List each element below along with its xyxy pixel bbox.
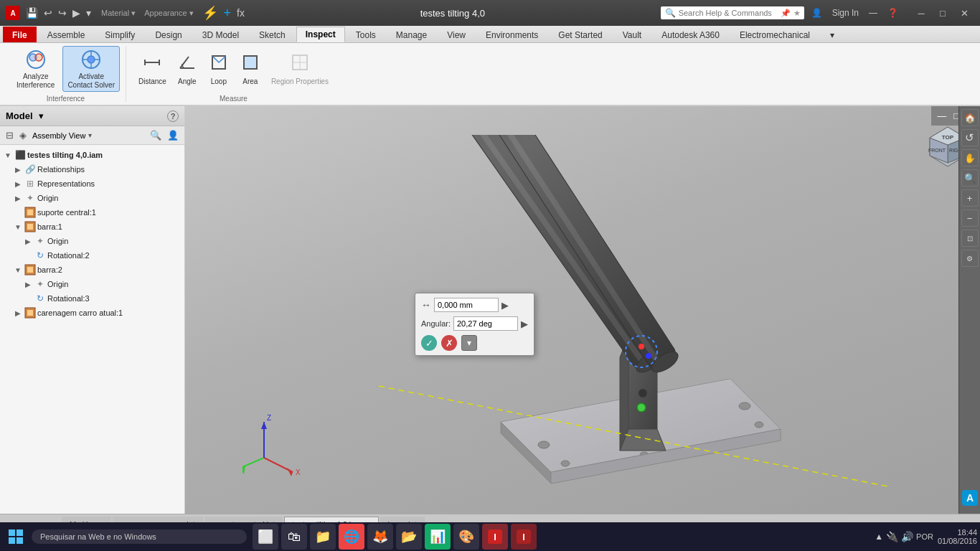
taskbar-time[interactable]: 18:44 01/08/2016: [938, 528, 977, 545]
network-icon[interactable]: 🔌: [886, 531, 898, 542]
barra1-expand-icon[interactable]: ▼: [13, 223, 23, 231]
measure-menu-button[interactable]: ▾: [461, 335, 477, 351]
origin-expand-icon[interactable]: ▶: [13, 194, 23, 202]
tab-a360[interactable]: Autodesk A360: [652, 27, 729, 42]
measure-distance-input[interactable]: [434, 298, 499, 312]
tab-vault[interactable]: Vault: [613, 27, 651, 42]
dropdown-icon[interactable]: ▾: [85, 6, 93, 20]
keyboard-icon[interactable]: POR: [916, 532, 933, 541]
tab-simplify[interactable]: Simplify: [95, 27, 144, 42]
close-button[interactable]: ✕: [954, 4, 974, 22]
tab-environments[interactable]: Environments: [476, 27, 547, 42]
tab-view[interactable]: View: [438, 27, 475, 42]
orbit-button[interactable]: ↺: [961, 129, 979, 146]
tree-root-item[interactable]: ▼ ⬛ testes tilting 4,0.iam: [0, 148, 184, 162]
user-icon[interactable]: 👤: [809, 6, 825, 19]
relationships-expand-icon[interactable]: ▶: [13, 166, 23, 174]
measure-distance-arrow[interactable]: ▶: [501, 300, 509, 311]
minimize-button[interactable]: ─: [911, 4, 931, 22]
tree-item-barra2-rot[interactable]: ↻ Rotational:3: [0, 291, 184, 306]
taskbar-paint[interactable]: 🎨: [453, 524, 479, 550]
volume-icon[interactable]: 🔊: [901, 531, 913, 542]
search-members-icon[interactable]: 🔍: [149, 128, 163, 142]
taskbar-store[interactable]: 🛍: [281, 524, 307, 550]
taskbar-excel[interactable]: 📊: [425, 524, 451, 550]
tab-tools[interactable]: Tools: [347, 27, 385, 42]
measure-angular-input[interactable]: [453, 316, 518, 331]
search-box[interactable]: 🔍 📌 ★: [661, 6, 804, 19]
angle-button[interactable]: Angle: [173, 46, 202, 92]
material-dropdown[interactable]: Material ▾: [101, 9, 136, 18]
filter-icon[interactable]: ⊟: [4, 128, 15, 142]
sign-in-btn[interactable]: Sign In: [829, 6, 862, 19]
viewport-minimize[interactable]: —: [934, 109, 949, 123]
fit-view-button[interactable]: ⊡: [961, 230, 979, 247]
tree-item-barra2-origin[interactable]: ▶ ✦ Origin: [0, 277, 184, 291]
barra2-expand-icon[interactable]: ▼: [13, 266, 23, 274]
pan-button[interactable]: ✋: [961, 149, 979, 166]
region-properties-button[interactable]: Region Properties: [268, 46, 332, 92]
barra2-origin-expand[interactable]: ▶: [23, 281, 33, 288]
zoom-in-button[interactable]: +: [961, 189, 979, 207]
assembly-icon[interactable]: ◈: [18, 128, 28, 142]
analyze-interference-button[interactable]: AnalyzeInterference: [11, 46, 60, 92]
redo-icon[interactable]: ↪: [57, 6, 68, 20]
undo-icon[interactable]: ↩: [42, 6, 54, 20]
barra1-origin-expand[interactable]: ▶: [23, 237, 33, 245]
view-dropdown-arrow[interactable]: ▾: [88, 131, 92, 139]
taskbar-explorer[interactable]: 📂: [396, 524, 422, 550]
info-icon[interactable]: ❓: [885, 6, 901, 19]
taskbar-search[interactable]: Pesquisar na Web e no Windows: [32, 529, 247, 544]
tab-3dmodel[interactable]: 3D Model: [193, 27, 248, 42]
tree-item-suporte[interactable]: suporte central:1: [0, 205, 184, 220]
tab-assemble[interactable]: Assemble: [38, 27, 95, 42]
search-input[interactable]: [679, 9, 778, 17]
viewport[interactable]: — □ ✕: [185, 106, 980, 514]
maximize-button[interactable]: □: [933, 4, 953, 22]
tree-item-barra1-origin[interactable]: ▶ ✦ Origin: [0, 234, 184, 248]
taskbar-inventor2[interactable]: I: [511, 524, 537, 550]
measure-ok-button[interactable]: ✓: [421, 335, 437, 351]
tab-sketch[interactable]: Sketch: [250, 27, 295, 42]
plus-icon[interactable]: +: [224, 6, 232, 21]
representations-expand-icon[interactable]: ▶: [13, 180, 23, 188]
tab-getstarted[interactable]: Get Started: [549, 27, 611, 42]
save-icon[interactable]: 💾: [24, 6, 39, 20]
taskbar-inventor[interactable]: I: [482, 524, 508, 550]
tab-file[interactable]: File: [3, 27, 37, 42]
taskbar-task-view[interactable]: ⬜: [253, 524, 278, 550]
panel-help-icon[interactable]: ?: [167, 110, 179, 122]
tab-manage[interactable]: Manage: [387, 27, 436, 42]
tree-item-barra2[interactable]: ▼ barra:2: [0, 263, 184, 277]
tab-more[interactable]: ▾: [821, 27, 844, 42]
carenagem-expand-icon[interactable]: ▶: [13, 309, 23, 317]
notification-icon[interactable]: ▲: [875, 532, 883, 542]
appearance-dropdown[interactable]: Appearance ▾: [144, 9, 193, 18]
measure-cancel-button[interactable]: ✗: [441, 335, 457, 351]
search-members-icon2[interactable]: 👤: [166, 128, 180, 142]
activate-contact-solver-button[interactable]: ActivateContact Solver: [62, 46, 120, 92]
zoom-out-button[interactable]: −: [961, 209, 979, 227]
home-view-button[interactable]: 🏠: [961, 109, 979, 126]
area-button[interactable]: Area: [236, 46, 265, 92]
tree-item-representations[interactable]: ▶ ⊞ Representations: [0, 176, 184, 191]
measure-angular-arrow[interactable]: ▶: [521, 319, 528, 329]
panel-dropdown-icon[interactable]: ▾: [39, 110, 44, 121]
tree-item-relationships[interactable]: ▶ 🔗 Relationships: [0, 162, 184, 176]
tree-item-origin[interactable]: ▶ ✦ Origin: [0, 191, 184, 205]
tree-item-carenagem[interactable]: ▶ carenagem carro atual:1: [0, 306, 184, 320]
tree-item-barra1[interactable]: ▼ barra:1: [0, 220, 184, 234]
root-expand-icon[interactable]: ▼: [3, 151, 13, 159]
taskbar-files[interactable]: 📁: [310, 524, 336, 550]
minimize-bar-icon[interactable]: —: [866, 6, 880, 19]
taskbar-browser[interactable]: 🌐: [339, 524, 364, 550]
loop-button[interactable]: Loop: [204, 46, 233, 92]
zoom-button[interactable]: 🔍: [961, 169, 979, 187]
tab-electro[interactable]: Electromechanical: [730, 27, 819, 42]
fx-icon[interactable]: fx: [237, 7, 245, 19]
run-icon[interactable]: ▶: [71, 6, 82, 20]
settings-button[interactable]: ⚙: [961, 250, 979, 267]
tree-item-barra1-rot[interactable]: ↻ Rotational:2: [0, 248, 184, 263]
distance-button[interactable]: Distance: [135, 46, 170, 92]
lightning-icon[interactable]: ⚡: [202, 5, 218, 21]
